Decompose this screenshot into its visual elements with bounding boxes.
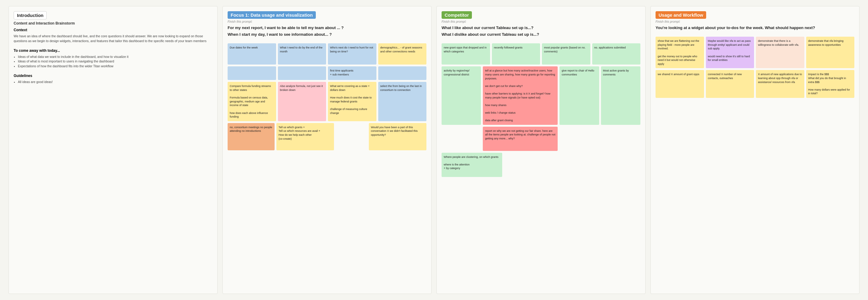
usage-row-2: we shared X amount of grant opps connect…	[655, 70, 855, 98]
focus-column: Focus 1: Data usage and visualization Fi…	[222, 6, 432, 294]
focus-row-3: Compare formula funding streams to other…	[227, 82, 427, 121]
usage-notes: show that we are flattening out the play…	[655, 37, 855, 289]
intro-subtitle: Content and Interaction Brainstorm	[13, 21, 213, 26]
focus-row-1: Due dates for the week What I need to do…	[227, 43, 427, 64]
focus-row-2: first time applicants+ sub members	[227, 66, 427, 80]
usage-title: Usage and Workflow	[655, 11, 706, 19]
guidelines-title: Guidelines	[13, 73, 213, 78]
competitor-row-2: activity by region/rep/ congressional di…	[441, 66, 641, 124]
focus-row-4: no, consortium meetings no people attend…	[227, 123, 427, 150]
note[interactable]: no. applications submitted	[592, 43, 641, 64]
focus-prompt-2: When I start my day, I want to see infor…	[227, 32, 427, 37]
note[interactable]: we shared X amount of grant opps	[655, 70, 704, 98]
note-spacer	[504, 153, 641, 177]
focus-header: Focus 1: Data usage and visualization Fi…	[227, 11, 427, 41]
competitor-header: Competitor Finish this prompt: What I li…	[441, 11, 641, 41]
note-spacer	[441, 127, 481, 151]
competitor-row-1: new grant opps that dropped and in which…	[441, 43, 641, 64]
note-spacer	[601, 127, 641, 151]
competitor-prompt-1: What I like about our current Tableau se…	[441, 25, 641, 31]
usage-finish-prompt: Finish this prompt:	[655, 20, 855, 23]
note[interactable]: Due dates for the week	[227, 43, 276, 64]
note[interactable]: show that we are flattening out the play…	[655, 37, 704, 68]
intro-title: Introduction	[13, 11, 47, 20]
note[interactable]: What we're covering as a state + dollars…	[328, 82, 376, 121]
note[interactable]	[278, 66, 327, 80]
intro-column: Introduction Content and Interaction Bra…	[8, 6, 218, 294]
competitor-column: Competitor Finish this prompt: What I li…	[436, 6, 646, 294]
note-spacer	[336, 123, 367, 150]
takeaway-section: To come away with today... Ideas of what…	[13, 49, 213, 69]
note[interactable]: Maybe would like vfa to act as pass thro…	[706, 37, 754, 68]
focus-finish-prompt: Finish this prompt:	[227, 20, 427, 23]
context-section: Context We have an idea of where the das…	[13, 28, 213, 43]
note[interactable]: Compare formula funding streams to other…	[227, 82, 276, 121]
note[interactable]: recently followed grants	[492, 43, 540, 64]
note-spacer	[559, 127, 599, 151]
competitor-row-4: Where people are clustering, on which gr…	[441, 153, 641, 177]
note[interactable]: Also analyze formula, not just see it br…	[278, 82, 327, 121]
competitor-title: Competitor	[441, 11, 472, 19]
note[interactable]: select the from being on the last in con…	[378, 82, 427, 121]
note[interactable]: report on why we are not getting our fai…	[483, 127, 558, 151]
note[interactable]: new grant opps that dropped and in which…	[441, 43, 490, 64]
competitor-notes: new grant opps that dropped and in which…	[441, 43, 641, 289]
focus-title: Focus 1: Data usage and visualization	[227, 11, 316, 19]
competitor-row-3: report on why we are not getting our fai…	[441, 127, 641, 151]
note[interactable]: Would you have been a part of this conve…	[369, 123, 427, 150]
note[interactable]: demonstrate that there is a willingness …	[756, 37, 804, 68]
note[interactable]: Who's next do I need to hunt for not bei…	[328, 43, 376, 64]
usage-prompt-1: You're looking at a widget about your to…	[655, 25, 855, 31]
context-title: Context	[13, 28, 213, 32]
competitor-prompt-2: What I dislike about our current Tableau…	[441, 32, 641, 37]
note[interactable]: Tell us which grants +Tell us which reso…	[276, 123, 334, 150]
guidelines-section: Guidelines All ideas are good ideas!	[13, 73, 213, 85]
usage-header: Usage and Workflow Finish this prompt: Y…	[655, 11, 855, 34]
note[interactable]: first time applicants+ sub members	[328, 66, 376, 80]
takeaway-title: To come away with today...	[13, 49, 213, 53]
note[interactable]: activity by region/rep/ congressional di…	[441, 66, 481, 124]
competitor-finish-prompt: Finish this prompt:	[441, 20, 641, 23]
board: Introduction Content and Interaction Bra…	[0, 0, 868, 300]
note[interactable]: Impact is the $$$What did you do that br…	[806, 70, 855, 98]
note[interactable]: connected X number of new contacts, outr…	[706, 70, 754, 98]
note[interactable]: no, consortium meetings no people attend…	[227, 123, 275, 150]
note[interactable]	[227, 66, 276, 80]
note[interactable]: demographics... - of grant seasons and o…	[378, 43, 427, 64]
focus-prompt-1: For my next report, I want to be able to…	[227, 25, 427, 31]
note[interactable]: most popular grants (based on no. commen…	[542, 43, 590, 64]
note[interactable]: What I need to do by the end of the mont…	[278, 43, 327, 64]
note[interactable]: demonstrate that vfa bringing awareness …	[806, 37, 855, 68]
note[interactable]: Most active grants by comments	[601, 66, 641, 124]
takeaway-body: Ideas of what data we want to include in…	[13, 55, 213, 69]
note[interactable]: tell at a glance but how many active/ina…	[483, 66, 558, 124]
intro-header: Introduction Content and Interaction Bra…	[13, 11, 213, 26]
guidelines-body: All ideas are good ideas!	[13, 80, 213, 85]
usage-row-1: show that we are flattening out the play…	[655, 37, 855, 68]
note[interactable]: X amount of new applications due to lear…	[756, 70, 804, 98]
note[interactable]: Where people are clustering, on which gr…	[441, 153, 502, 177]
usage-column: Usage and Workflow Finish this prompt: Y…	[650, 6, 860, 294]
context-body: We have an idea of where the dashboard s…	[13, 34, 213, 43]
note[interactable]: give report to chair of Hello communitie…	[559, 66, 599, 124]
note[interactable]	[378, 66, 427, 80]
focus-notes: Due dates for the week What I need to do…	[227, 43, 427, 289]
